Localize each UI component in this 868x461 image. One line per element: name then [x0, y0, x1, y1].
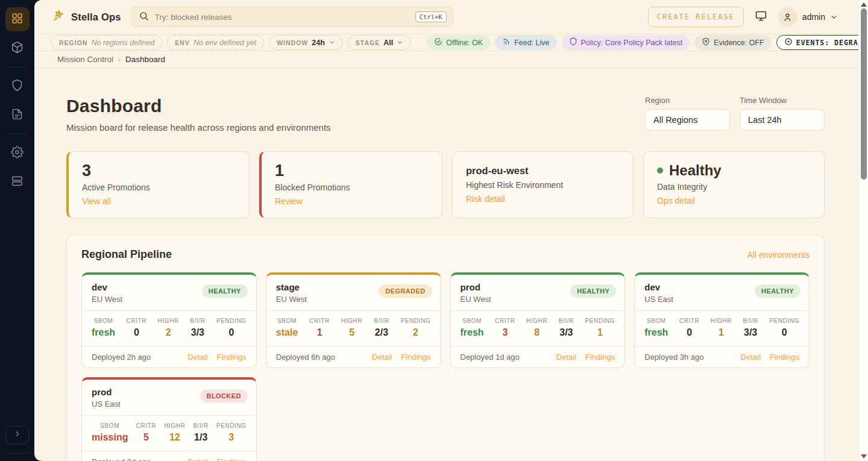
regional-pipeline-panel: Regional Pipeline All environments dev E…: [66, 234, 825, 461]
main-area: Stella Ops Try: blocked releases Ctrl+K …: [34, 0, 868, 461]
detail-link[interactable]: Detail: [741, 353, 761, 362]
stat-header: B/I/R: [374, 318, 389, 324]
stat-header: HIGHR: [164, 422, 185, 429]
check-circle-icon: [434, 37, 442, 48]
stat-value: 0: [216, 327, 247, 338]
all-environments-link[interactable]: All environments: [747, 250, 810, 260]
page-filters: Region All Regions Time Window Last 24h: [645, 96, 825, 131]
scroll-up-arrow[interactable]: [861, 2, 867, 7]
stat-value: 1: [711, 327, 732, 338]
breadcrumb-current: Dashboard: [125, 55, 165, 64]
deployed-timestamp: Deployed 6h ago: [276, 353, 335, 362]
stat-column: B/I/R3/3: [559, 318, 574, 338]
region-chip-value: No regions defined: [91, 39, 154, 47]
env-context-chip: ENV No env defined yet: [167, 35, 264, 50]
summary-card-link[interactable]: Ops detail: [657, 196, 695, 205]
sidebar-item-security[interactable]: [5, 74, 30, 98]
stat-column: B/I/R3/3: [190, 318, 205, 338]
breadcrumb: Mission Control › Dashboard: [34, 51, 868, 68]
stat-column: PENDING2: [401, 318, 431, 338]
app-logo: Stella Ops: [51, 8, 121, 25]
stat-value: 5: [136, 432, 157, 443]
display-mode-button[interactable]: [755, 10, 767, 25]
region-select[interactable]: All Regions: [645, 109, 730, 131]
stat-header: B/I/R: [193, 422, 209, 429]
detail-link[interactable]: Detail: [187, 353, 207, 362]
sidebar-item-settings[interactable]: [5, 141, 30, 165]
deployed-timestamp: Deployed 3h ago: [644, 353, 703, 362]
summary-card-link[interactable]: View all: [82, 196, 111, 206]
pipeline-card-links: DetailFindings: [187, 457, 246, 461]
detail-link[interactable]: Detail: [187, 457, 207, 461]
stat-column: SBOMstale: [276, 318, 298, 338]
shield-off-icon: [702, 37, 710, 48]
deployed-timestamp: Deployed 3d ago: [92, 457, 151, 461]
stat-column: SBOMfresh: [461, 318, 484, 338]
create-release-button[interactable]: CREATE RELEASE: [648, 7, 744, 27]
summary-card-label: Blocked Promotions: [275, 183, 429, 192]
stat-value: 12: [164, 432, 185, 443]
pipeline-card-links: DetailFindings: [556, 353, 615, 362]
stage-dropdown-label: STAGE: [356, 39, 380, 46]
pipeline-grid: dev EU West HEALTHY SBOMfreshCRITR0HIGHR…: [81, 272, 810, 461]
offline-status-pill: Offline: OK: [427, 35, 490, 50]
target-icon: [784, 37, 793, 48]
scrollbar-thumb[interactable]: [861, 8, 867, 180]
policy-status-pill: Policy: Core Policy Pack latest: [562, 35, 690, 50]
sidebar-item-infrastructure[interactable]: [5, 170, 30, 194]
pipeline-stats: SBOMfreshCRITR3HIGHR8B/I/R3/3PENDING1: [451, 310, 625, 346]
findings-link[interactable]: Findings: [401, 353, 430, 362]
stage-dropdown[interactable]: STAGE All: [348, 35, 411, 50]
stat-value: 2/3: [374, 327, 389, 338]
scroll-down-arrow[interactable]: [861, 454, 867, 459]
status-badge: HEALTHY: [570, 284, 616, 298]
findings-link[interactable]: Findings: [770, 353, 799, 362]
stat-header: HIGHR: [158, 318, 179, 324]
detail-link[interactable]: Detail: [556, 353, 576, 362]
stat-header: CRITR: [495, 318, 515, 324]
sidebar-item-packages[interactable]: [5, 36, 30, 60]
app-root: Stella Ops Try: blocked releases Ctrl+K …: [0, 0, 868, 461]
stat-column: CRITR0: [127, 318, 147, 338]
detail-link[interactable]: Detail: [372, 353, 392, 362]
stat-header: HIGHR: [711, 318, 732, 324]
stat-value: 1/3: [193, 432, 209, 443]
server-icon: [11, 175, 24, 190]
stat-value: fresh: [461, 327, 484, 338]
pipeline-card: prod US East BLOCKED SBOMmissingCRITR5HI…: [81, 377, 257, 461]
stat-value: 3/3: [743, 327, 758, 338]
user-menu[interactable]: admin: [778, 7, 838, 27]
findings-link[interactable]: Findings: [217, 353, 247, 362]
findings-link[interactable]: Findings: [217, 457, 247, 461]
sidebar-item-documents[interactable]: [5, 103, 30, 127]
stat-header: PENDING: [401, 318, 431, 324]
search-input[interactable]: Try: blocked releases Ctrl+K: [131, 7, 453, 27]
stat-header: B/I/R: [190, 318, 205, 324]
window-dropdown[interactable]: WINDOW 24h: [269, 35, 343, 50]
policy-status-label: Policy: Core Policy Pack latest: [581, 39, 683, 47]
stat-column: CRITR1: [309, 318, 330, 338]
stat-value: 0: [679, 327, 700, 338]
time-window-select[interactable]: Last 24h: [740, 109, 825, 131]
stat-column: HIGHR2: [158, 318, 179, 338]
stat-header: HIGHR: [341, 318, 362, 324]
sidebar-item-dashboard[interactable]: [5, 7, 30, 31]
stat-column: HIGHR12: [164, 422, 185, 443]
avatar: [778, 7, 797, 27]
region-context-chip: REGION No regions defined: [51, 35, 162, 50]
summary-card-link[interactable]: Review: [275, 196, 303, 206]
app-title: Stella Ops: [71, 11, 121, 23]
stat-value: 3/3: [559, 327, 574, 338]
pipeline-card-links: DetailFindings: [372, 353, 430, 362]
summary-card: prod-eu-west Highest Risk Environment Ri…: [452, 151, 634, 218]
findings-link[interactable]: Findings: [585, 353, 615, 362]
summary-card-link[interactable]: Risk detail: [466, 194, 505, 204]
sidebar-expand-button[interactable]: [5, 426, 29, 444]
context-bar: REGION No regions defined ENV No env def…: [34, 34, 868, 51]
status-badge: DEGRADED: [379, 284, 432, 298]
stat-value: 0: [769, 327, 799, 338]
stat-header: PENDING: [585, 318, 615, 324]
status-badge: HEALTHY: [755, 284, 800, 298]
stat-column: PENDING3: [216, 422, 247, 443]
breadcrumb-parent[interactable]: Mission Control: [57, 55, 113, 64]
